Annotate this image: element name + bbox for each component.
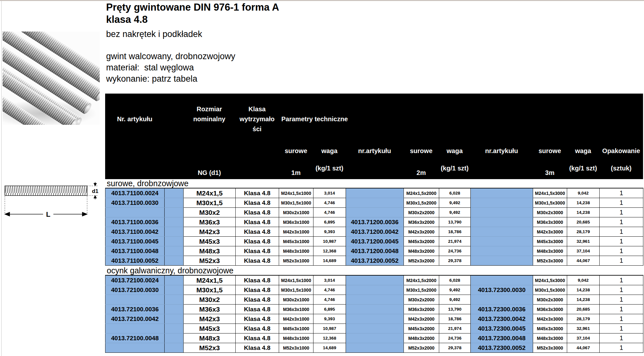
cell-waga-2m: 18,786 xyxy=(439,227,471,237)
cell-raw-1m: M48x3x1000 xyxy=(279,246,313,256)
cell-raw-2m: M45x3x2000 xyxy=(404,237,439,246)
header-sub-weight-3m: waga xyxy=(567,146,599,156)
cell-article-2m xyxy=(346,305,404,314)
cell-raw-1m: M45x3x1000 xyxy=(279,324,313,333)
cell-size: M45x3 xyxy=(184,324,236,333)
cell-article-3m: 4013.72300.0052 xyxy=(471,343,533,353)
page-title-class: klasa 4.8 xyxy=(106,14,460,26)
cell-size: M30x1,5 xyxy=(184,285,236,295)
product-photo xyxy=(3,32,100,125)
cell-article-2m xyxy=(346,285,404,295)
cell-waga-2m: 13,790 xyxy=(439,305,471,314)
cell-waga-2m: 6,028 xyxy=(439,188,471,198)
cell-waga-1m: 12,368 xyxy=(313,246,346,256)
cell-spacer xyxy=(165,198,184,208)
cell-article-2m: 4013.71200.0052 xyxy=(346,256,404,266)
cell-waga-1m: 4,746 xyxy=(313,295,346,305)
cell-waga-3m: 32,961 xyxy=(567,237,600,246)
cell-klasa: Klasa 4.8 xyxy=(236,343,279,353)
cell-waga-3m: 28,179 xyxy=(567,227,600,237)
cell-spacer xyxy=(165,275,184,285)
cell-size: M30x2 xyxy=(184,295,236,305)
cell-raw-1m: M36x3x1000 xyxy=(279,217,313,227)
cell-article xyxy=(105,295,165,305)
cell-raw-1m: M30x2x1000 xyxy=(279,208,313,217)
cell-waga-3m: 37,104 xyxy=(567,246,600,256)
cell-waga-2m: 24,736 xyxy=(439,246,471,256)
cell-article-2m xyxy=(346,314,404,324)
rod-drawing xyxy=(5,186,87,196)
top-divider xyxy=(0,0,644,1)
detail-line: materiał: stal węglowa xyxy=(106,62,460,73)
header-sub-pack: Opakowanie xyxy=(599,146,643,156)
length-label: L xyxy=(46,210,50,218)
cell-waga-3m: 20,685 xyxy=(567,217,600,227)
cell-size: M24x1,5 xyxy=(184,188,236,198)
header-sub-kg-3m: (kg/1 szt) xyxy=(567,163,599,179)
cell-waga-3m: 14,238 xyxy=(567,208,600,217)
cell-waga-2m: 6,028 xyxy=(439,275,471,285)
cell-article-3m xyxy=(471,275,533,285)
cell-article-3m xyxy=(471,227,533,237)
cell-raw-2m: M30x1,5x2000 xyxy=(404,285,439,295)
cell-article: 4013.71100.0030 xyxy=(105,198,165,208)
cell-raw-3m: M30x2x3000 xyxy=(533,295,567,305)
cell-raw-2m: M42x3x2000 xyxy=(404,314,439,324)
header-col-size: Rozmiar nominalny xyxy=(183,94,235,142)
cell-pack: 1 xyxy=(600,188,643,198)
cell-waga-1m: 14,689 xyxy=(313,256,346,266)
cell-article-2m xyxy=(346,275,404,285)
section-label: ocynk galwaniczny, drobnozwojowe xyxy=(105,266,643,275)
cell-raw-3m: M24x1,5x3000 xyxy=(533,275,567,285)
cell-waga-2m: 9,492 xyxy=(439,208,471,217)
dimension-diagram: d1 L xyxy=(3,182,99,218)
header-col-class: Klasa wytrzymało ści xyxy=(235,94,279,142)
header-sub-article-2m: nr.artykułu xyxy=(346,146,404,156)
cell-pack: 1 xyxy=(600,295,643,305)
header-sub-weight-2m: waga xyxy=(439,146,470,156)
title-block: Pręty gwintowane DIN 976-1 forma A klasa… xyxy=(106,1,460,85)
cell-spacer xyxy=(165,295,184,305)
cell-article-3m: 4013.72300.0030 xyxy=(471,285,533,295)
section-label: surowe, drobnzowjowe xyxy=(105,179,643,188)
cell-waga-1m: 10,987 xyxy=(313,324,346,333)
cell-waga-1m: 9,393 xyxy=(313,314,346,324)
cell-pack: 1 xyxy=(600,285,643,295)
cell-waga-3m: 44,067 xyxy=(567,343,600,353)
table-row: 4013.71100.0036M36x3Klasa 4.8M36x3x10006… xyxy=(105,217,643,227)
cell-article-2m xyxy=(346,333,404,343)
cell-article-2m xyxy=(346,324,404,333)
cell-article-2m xyxy=(346,208,404,217)
cell-raw-3m: M42x3x3000 xyxy=(533,227,567,237)
table-row: 4013.71100.0042M42x3Klasa 4.8M42x3x10009… xyxy=(105,227,643,237)
cell-waga-2m: 24,736 xyxy=(439,333,471,343)
cell-raw-1m: M30x1,5x1000 xyxy=(279,285,313,295)
cell-article-2m: 4013.71200.0042 xyxy=(346,227,404,237)
header-sub-raw-1m: surowe xyxy=(279,146,313,156)
cell-raw-3m: M45x3x3000 xyxy=(533,324,567,333)
table-row: 4013.71100.0030M30x1,5Klasa 4.8M30x1,5x1… xyxy=(105,198,643,208)
cell-raw-1m: M52x3x1000 xyxy=(279,343,313,353)
cell-article xyxy=(105,343,165,353)
cell-raw-2m: M24x1,5x2000 xyxy=(404,188,439,198)
cell-waga-2m: 21,974 xyxy=(439,324,471,333)
table-row: 4013.72100.0036M36x3Klasa 4.8M36x3x10006… xyxy=(105,305,643,314)
cell-pack: 1 xyxy=(600,208,643,217)
parts-table-section: 4013.71100.0024M24x1,5Klasa 4.8M24x1,5x1… xyxy=(105,188,643,266)
cell-pack: 1 xyxy=(600,314,643,324)
cell-waga-1m: 4,746 xyxy=(313,208,346,217)
cell-waga-1m: 6,895 xyxy=(313,305,346,314)
cell-waga-2m: 13,790 xyxy=(439,217,471,227)
cell-spacer xyxy=(165,305,184,314)
cell-article xyxy=(105,208,165,217)
header-sub-1m: 1m xyxy=(279,168,313,179)
cell-spacer xyxy=(165,343,184,353)
parts-table-section: 4013.72100.0024M24x1,5Klasa 4.8M24x1,5x1… xyxy=(105,275,643,353)
cell-article xyxy=(105,324,165,333)
cell-size: M52x3 xyxy=(184,343,236,353)
cell-raw-2m: M30x1,5x2000 xyxy=(404,198,439,208)
cell-pack: 1 xyxy=(600,275,643,285)
cell-raw-3m: M36x3x3000 xyxy=(533,217,567,227)
cell-pack: 1 xyxy=(600,305,643,314)
cell-article: 4013.72100.0024 xyxy=(105,275,165,285)
